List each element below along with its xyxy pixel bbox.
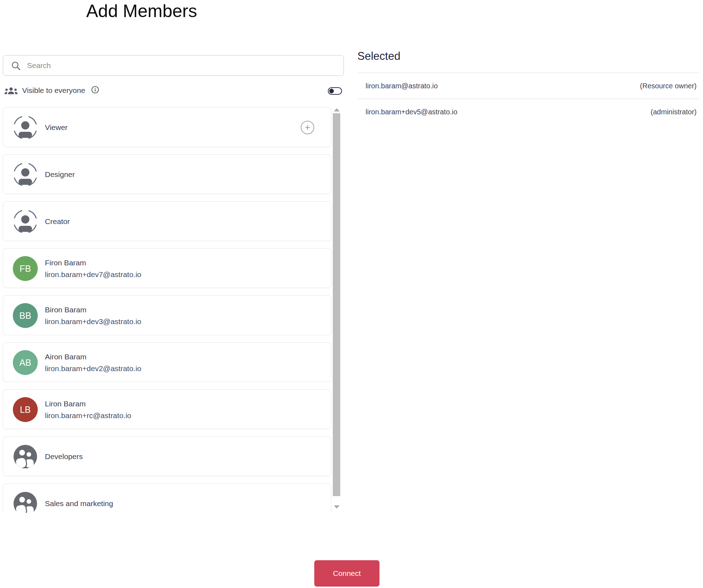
selected-member-role: (administrator): [651, 108, 697, 116]
user-email: liron.baram+dev7@astrato.io: [45, 269, 141, 280]
visibility-row: Visible to everyone: [0, 85, 344, 98]
role-name: Viewer: [45, 108, 68, 147]
selected-member-email: liron.baram@astrato.io: [366, 82, 438, 90]
add-role-button[interactable]: +: [301, 121, 314, 134]
member-list-scrollbar: [332, 107, 341, 513]
selected-panel: Selected liron.baram@astrato.io (Resourc…: [357, 50, 699, 125]
member-card-user[interactable]: AB Airon Baram liron.baram+dev2@astrato.…: [3, 342, 331, 382]
user-name: Biron Baram: [45, 304, 141, 316]
member-card-user[interactable]: BB Biron Baram liron.baram+dev3@astrato.…: [3, 295, 331, 335]
member-card-user[interactable]: FB Firon Baram liron.baram+dev7@astrato.…: [3, 248, 331, 288]
toggle-knob: [329, 89, 334, 93]
role-name: Designer: [45, 155, 75, 194]
search-box: [3, 55, 344, 76]
selected-member-email: liron.baram+dev5@astrato.io: [366, 108, 458, 116]
scrollbar-up-arrow[interactable]: [334, 108, 340, 111]
user-avatar: BB: [13, 303, 38, 328]
group-icon: [13, 491, 38, 513]
member-card-role[interactable]: Designer: [3, 154, 331, 194]
member-card-user[interactable]: LB Liron Baram liron.baram+rc@astrato.io: [3, 389, 331, 429]
user-email: liron.baram+dev3@astrato.io: [45, 316, 141, 327]
user-email: liron.baram+rc@astrato.io: [45, 410, 131, 421]
user-name: Liron Baram: [45, 398, 131, 410]
role-person-icon: [13, 115, 38, 140]
user-name: Airon Baram: [45, 351, 141, 363]
selected-member-row: liron.baram+dev5@astrato.io (administrat…: [357, 99, 699, 125]
info-icon[interactable]: [91, 86, 99, 94]
user-avatar: AB: [13, 350, 38, 375]
member-card-group[interactable]: Developers: [3, 436, 331, 476]
user-name: Firon Baram: [45, 257, 141, 269]
user-email: liron.baram+dev2@astrato.io: [45, 363, 141, 374]
add-members-dialog: Add Members Visible to everyone: [0, 0, 703, 588]
scrollbar-down-arrow[interactable]: [334, 505, 340, 509]
user-avatar: FB: [13, 256, 38, 281]
member-card-role[interactable]: Viewer +: [3, 107, 331, 147]
connect-button[interactable]: Connect: [314, 560, 379, 587]
page-title: Add Members: [86, 0, 197, 22]
group-name: Sales and marketing: [45, 484, 113, 513]
scrollbar-thumb[interactable]: [333, 113, 340, 496]
role-person-icon: [13, 209, 38, 234]
selected-member-row: liron.baram@astrato.io (Resource owner): [357, 73, 699, 99]
selected-member-role: (Resource owner): [640, 82, 697, 90]
role-name: Creator: [45, 202, 70, 241]
role-person-icon: [13, 162, 38, 187]
search-input[interactable]: [27, 61, 338, 70]
groups-icon: [4, 86, 18, 96]
selected-heading: Selected: [357, 50, 699, 63]
member-card-group[interactable]: Sales and marketing: [3, 483, 331, 513]
search-icon: [11, 61, 21, 71]
visibility-toggle[interactable]: [328, 87, 342, 95]
visibility-label: Visible to everyone: [22, 86, 85, 95]
group-icon: [13, 444, 38, 469]
member-list: Viewer + Designer Creator FB Firon Baram: [3, 107, 341, 513]
user-avatar: LB: [13, 397, 38, 422]
group-name: Developers: [45, 437, 83, 477]
member-card-role[interactable]: Creator: [3, 201, 331, 241]
